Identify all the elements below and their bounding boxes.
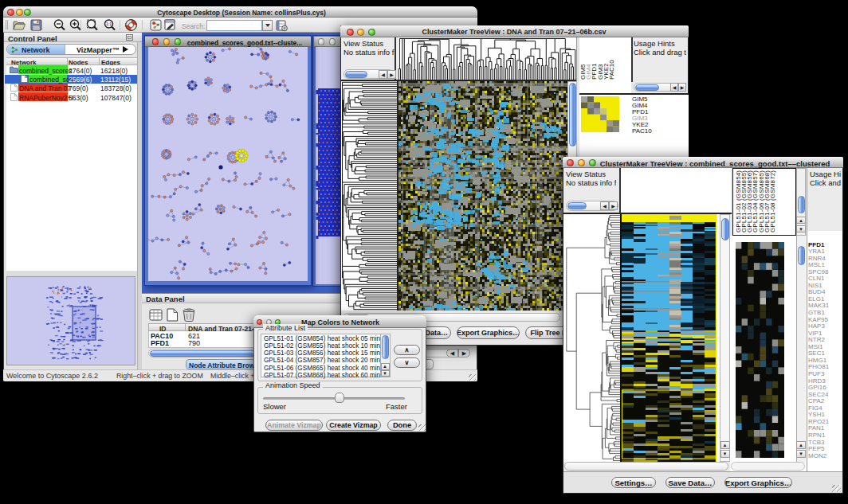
svg-text:1:1: 1:1: [106, 21, 112, 26]
